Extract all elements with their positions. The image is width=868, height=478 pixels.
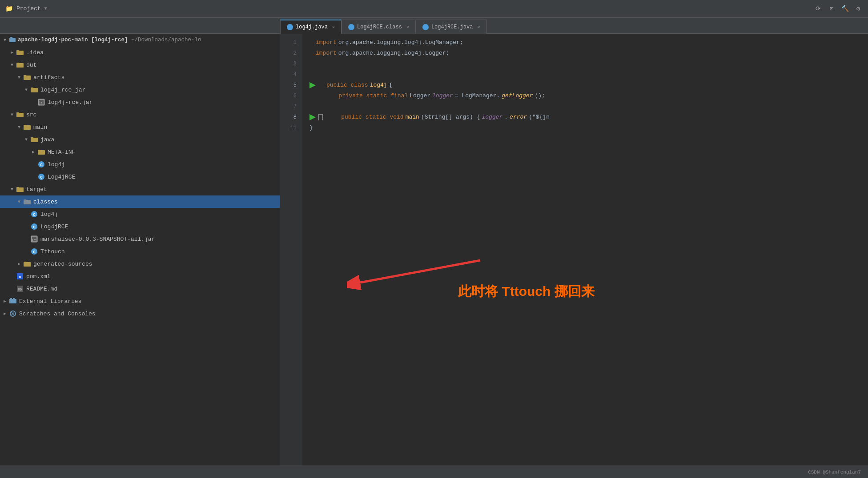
sync-icon[interactable]: ⟳ xyxy=(814,4,823,13)
line-num-5: 5 xyxy=(280,80,302,91)
code-line-5: public class log4j { xyxy=(309,80,868,91)
jar-icon-marshalsec: jar xyxy=(31,235,38,243)
tree-label-out: out xyxy=(26,62,36,68)
svg-text:MD: MD xyxy=(18,288,22,291)
tree-item-src[interactable]: src xyxy=(0,108,280,121)
line-num-8: 8 xyxy=(280,112,302,123)
tab-label-log4jrce-java: Log4jRCE.java xyxy=(431,24,473,30)
code-editor: 1 2 3 4 5 6 7 8 11 import org.apache.log… xyxy=(280,34,868,466)
layout-icon[interactable]: ⊡ xyxy=(827,4,836,13)
settings-icon[interactable]: ⚙ xyxy=(854,4,863,13)
token-method-6: getLogger xyxy=(502,91,533,101)
folder-target-icon xyxy=(16,186,24,192)
tree-item-log4j-rce-jar-file[interactable]: jar log4j-rce.jar xyxy=(0,96,280,108)
code-line-7 xyxy=(309,101,868,112)
svg-text:m: m xyxy=(19,275,21,279)
folder-out-icon xyxy=(16,62,24,68)
tree-item-log4j-rce-jar-folder[interactable]: log4j_rce_jar xyxy=(0,84,280,96)
tree-item-artifacts[interactable]: artifacts xyxy=(0,71,280,84)
svg-text:C: C xyxy=(33,213,36,217)
folder-main-icon xyxy=(24,124,31,130)
tabs-bar: log4j.java ✕ Log4jRCE.class ✕ Log4jRCE.j… xyxy=(0,18,868,34)
arrow-external-libs xyxy=(2,298,8,304)
tree-item-log4j-src[interactable]: C log4j xyxy=(0,158,280,171)
tree-item-log4jrce-src[interactable]: C Log4jRCE xyxy=(0,171,280,183)
tree-item-out[interactable]: out xyxy=(0,59,280,71)
toolbar-icons: ⟳ ⊡ 🔨 ⚙ xyxy=(814,4,863,13)
tab-log4j-java[interactable]: log4j.java ✕ xyxy=(280,20,342,34)
tree-label-readme: README.md xyxy=(26,286,57,292)
line-num-1: 1 xyxy=(280,37,302,48)
token-dot-8: . xyxy=(504,112,508,123)
svg-rect-26 xyxy=(16,187,19,188)
svg-text:C: C xyxy=(33,250,36,255)
tree-item-java[interactable]: java xyxy=(0,133,280,146)
arrow-out xyxy=(9,62,15,68)
svg-rect-5 xyxy=(16,63,19,64)
tree-item-marshalsec-jar[interactable]: jar marshalsec-0.0.3-SNAPSHOT-all.jar xyxy=(0,233,280,245)
token-kw-8a: public static void xyxy=(327,112,404,123)
editor-content: 1 2 3 4 5 6 7 8 11 import org.apache.log… xyxy=(280,34,868,466)
tree-item-pom-xml[interactable]: m pom.xml xyxy=(0,270,280,283)
tree-item-scratches[interactable]: Scratches and Consoles xyxy=(0,307,280,320)
tree-item-classes[interactable]: classes xyxy=(0,195,280,208)
folder-meta-inf-icon xyxy=(38,149,45,155)
tree-label-pom-xml: pom.xml xyxy=(26,273,51,280)
tree-item-target[interactable]: target xyxy=(0,183,280,195)
folder-generated-icon xyxy=(24,261,31,267)
module-icon xyxy=(9,37,16,43)
svg-rect-39 xyxy=(24,262,26,263)
jar-icon: jar xyxy=(38,99,45,106)
project-dropdown-icon[interactable]: ▼ xyxy=(44,6,47,11)
tree-item-readme[interactable]: MD README.md xyxy=(0,283,280,295)
main-layout: apache-log4j-poc-main [log4j-rce] ~/Down… xyxy=(0,34,868,466)
code-line-1: import org.apache.logging.log4j.LogManag… xyxy=(309,37,868,48)
token-cls-5: log4j xyxy=(370,80,387,91)
token-var-8: logger xyxy=(482,112,502,123)
tree-item-external-libs[interactable]: External Libraries xyxy=(0,295,280,307)
tab-close-log4jrce-class[interactable]: ✕ xyxy=(406,24,409,30)
tab-close-log4jrce-java[interactable]: ✕ xyxy=(478,24,480,30)
java-class-icon-tttouch: C xyxy=(31,248,38,255)
tree-item-main[interactable]: main xyxy=(0,121,280,133)
tree-item-idea[interactable]: .idea xyxy=(0,46,280,59)
tree-label-external-libs: External Libraries xyxy=(19,298,81,305)
statusbar: CSDN @Shanfenglan7 xyxy=(0,466,868,478)
arrow-idea xyxy=(9,49,15,56)
tree-item-meta-inf[interactable]: META-INF xyxy=(0,146,280,158)
tree-label-marshalsec-jar: marshalsec-0.0.3-SNAPSHOT-all.jar xyxy=(40,236,155,243)
arrow-java xyxy=(23,136,29,143)
tree-item-tttouch[interactable]: C Tttouch xyxy=(0,245,280,258)
code-line-4 xyxy=(309,69,868,80)
svg-rect-46 xyxy=(13,298,15,299)
svg-rect-1 xyxy=(10,37,12,38)
token-close-brace-11: } xyxy=(309,123,313,133)
project-label[interactable]: Project xyxy=(16,5,41,12)
build-icon[interactable]: 🔨 xyxy=(840,4,849,13)
folder-idea-icon xyxy=(16,49,24,56)
folder-src-icon xyxy=(16,112,24,118)
tab-log4jrce-class[interactable]: Log4jRCE.class ✕ xyxy=(342,20,416,34)
svg-rect-0 xyxy=(9,38,16,42)
tab-close-log4j[interactable]: ✕ xyxy=(332,24,335,30)
tree-item-log4jrce-target[interactable]: C Log4jRCE xyxy=(0,220,280,233)
svg-text:jar: jar xyxy=(39,101,44,104)
root-label: apache-log4j-poc-main [log4j-rce] ~/Down… xyxy=(18,37,201,43)
arrow-root xyxy=(2,37,8,43)
tree-label-idea: .idea xyxy=(26,49,44,56)
code-line-2: import org.apache.logging.log4j.Logger; xyxy=(309,48,868,59)
tab-log4jrce-java[interactable]: Log4jRCE.java ✕ xyxy=(416,20,487,34)
tree-label-log4j-rce-jar-folder: log4j_rce_jar xyxy=(40,87,85,93)
tree-item-generated-sources[interactable]: generated-sources xyxy=(0,258,280,270)
tree-label-classes: classes xyxy=(33,199,58,205)
line-num-2: 2 xyxy=(280,48,302,59)
arrow-target xyxy=(9,186,15,192)
code-line-6: private static final Logger logger = Log… xyxy=(309,91,868,101)
bookmark-8 xyxy=(318,114,323,120)
code-line-11: } xyxy=(309,123,868,133)
tree-label-main: main xyxy=(33,124,47,131)
tree-item-root[interactable]: apache-log4j-poc-main [log4j-rce] ~/Down… xyxy=(0,34,280,46)
run-icon-5[interactable] xyxy=(309,82,316,88)
run-icon-8[interactable] xyxy=(309,114,316,120)
tree-item-log4j-target[interactable]: C log4j xyxy=(0,208,280,220)
